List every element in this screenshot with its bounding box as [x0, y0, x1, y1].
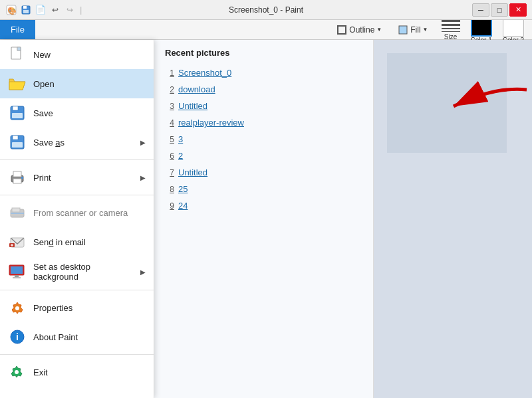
fill-button[interactable]: Fill ▼ [395, 23, 430, 37]
ribbon-right: Outline ▼ Fill ▼ Size Color 1 [334, 20, 532, 39]
separator: | [80, 5, 82, 15]
size-line-3 [442, 28, 460, 29]
recent-name: 2 [178, 151, 183, 161]
separator-2 [0, 195, 154, 195]
fill-label: Fill [410, 25, 420, 35]
menu-item-properties[interactable]: Properties [0, 293, 154, 322]
close-button[interactable]: ✕ [509, 3, 527, 17]
svg-rect-3 [23, 6, 27, 9]
save-icon [8, 104, 27, 122]
recent-item[interactable]: 7 Untitled [154, 164, 373, 181]
svg-rect-21 [12, 208, 20, 212]
recent-name: 3 [178, 134, 183, 144]
exit-icon [8, 363, 27, 381]
svg-rect-11 [13, 106, 18, 110]
recent-item[interactable]: 2 download [154, 81, 373, 98]
saveas-arrow: ▶ [140, 139, 146, 146]
recent-name: 25 [178, 184, 188, 194]
svg-rect-15 [12, 142, 23, 148]
menu-item-new[interactable]: New [0, 40, 154, 69]
recent-item[interactable]: 6 2 [154, 148, 373, 164]
maximize-button[interactable]: □ [491, 3, 508, 17]
recent-item[interactable]: 9 24 [154, 197, 373, 214]
svg-rect-6 [399, 26, 407, 34]
menu-item-print[interactable]: Print ▶ [0, 163, 154, 192]
outline-button[interactable]: Outline ▼ [334, 23, 384, 37]
minimize-button[interactable]: ─ [472, 3, 489, 17]
recent-item[interactable]: 8 25 [154, 181, 373, 197]
title-bar: 🎨 📄 ↩ ↪ | Screenshot_0 - Paint ─ □ ✕ [0, 0, 532, 20]
recent-name: 24 [178, 201, 188, 211]
svg-rect-5 [338, 26, 346, 34]
recent-list: 1 Screenshot_0 2 download 3 Untitled 4 r… [154, 64, 373, 214]
svg-rect-30 [13, 277, 21, 278]
menu-item-about[interactable]: i About Paint [0, 322, 154, 351]
email-label: Send in email [33, 237, 86, 247]
recent-item[interactable]: 5 3 [154, 131, 373, 148]
recent-num: 7 [165, 168, 174, 177]
svg-rect-4 [23, 10, 29, 13]
quick-access-toolbar: 🎨 📄 ↩ ↪ | [5, 4, 83, 16]
new-quick-icon[interactable]: 📄 [35, 4, 47, 16]
properties-icon [8, 298, 27, 317]
save-quick-icon[interactable] [20, 4, 32, 16]
desktop-icon [8, 262, 27, 281]
menu-item-exit[interactable]: Exit [0, 357, 154, 387]
svg-text:i: i [16, 332, 19, 342]
menu-item-save[interactable]: Save [0, 98, 154, 128]
recent-item[interactable]: 3 Untitled [154, 98, 373, 114]
size-line-4 [442, 31, 460, 32]
fill-arrow: ▼ [423, 27, 428, 33]
recent-name: Screenshot_0 [178, 68, 231, 78]
canvas-area [374, 40, 532, 398]
undo-icon[interactable]: ↩ [49, 4, 61, 16]
svg-point-31 [15, 306, 19, 310]
about-icon: i [8, 328, 27, 346]
recent-item[interactable]: 1 Screenshot_0 [154, 64, 373, 81]
scanner-label: From scanner or camera [33, 208, 128, 218]
svg-rect-14 [13, 136, 18, 140]
new-icon [8, 45, 27, 64]
scanner-icon [8, 203, 27, 222]
menu-item-email[interactable]: Send in email [0, 227, 154, 256]
ribbon: File Outline ▼ Fill ▼ Size [0, 20, 532, 40]
size-label: Size [444, 33, 457, 41]
svg-rect-19 [21, 177, 23, 179]
recent-item[interactable]: 4 realplayer-review [154, 114, 373, 131]
outline-arrow: ▼ [376, 27, 382, 33]
menu-item-saveas[interactable]: Save as ▶ [0, 128, 154, 157]
about-label: About Paint [33, 332, 78, 342]
recent-num: 1 [165, 68, 174, 78]
file-tab[interactable]: File [0, 20, 35, 39]
canvas [387, 53, 507, 153]
fill-icon [398, 25, 408, 35]
recent-num: 9 [165, 201, 174, 211]
exit-label: Exit [33, 367, 48, 377]
desktop-label: Set as desktop background [33, 262, 134, 282]
outline-icon [336, 25, 347, 35]
size-line-2 [442, 24, 460, 26]
size-section[interactable]: Size [442, 19, 460, 41]
print-icon [8, 168, 27, 187]
recent-num: 5 [165, 135, 174, 144]
main-area: New Open Save [0, 40, 532, 398]
recent-num: 3 [165, 102, 174, 111]
svg-rect-18 [13, 179, 21, 183]
print-arrow: ▶ [140, 174, 146, 181]
separator-4 [0, 354, 154, 355]
desktop-arrow: ▶ [140, 268, 146, 276]
properties-label: Properties [33, 303, 72, 313]
svg-rect-9 [17, 47, 21, 50]
menu-item-desktop[interactable]: Set as desktop background ▶ [0, 256, 154, 287]
svg-rect-17 [13, 171, 21, 177]
redo-icon[interactable]: ↪ [64, 4, 76, 16]
saveas-icon [8, 133, 27, 151]
recent-title: Recent pictures [154, 48, 373, 64]
menu-item-open[interactable]: Open [0, 69, 154, 98]
window-title: Screenshot_0 - Paint [229, 5, 303, 15]
recent-name: Untitled [178, 167, 207, 177]
menu-item-scanner[interactable]: From scanner or camera [0, 198, 154, 227]
svg-rect-29 [15, 275, 19, 277]
new-label: New [33, 50, 51, 60]
recent-panel: Recent pictures 1 Screenshot_0 2 downloa… [154, 40, 374, 398]
